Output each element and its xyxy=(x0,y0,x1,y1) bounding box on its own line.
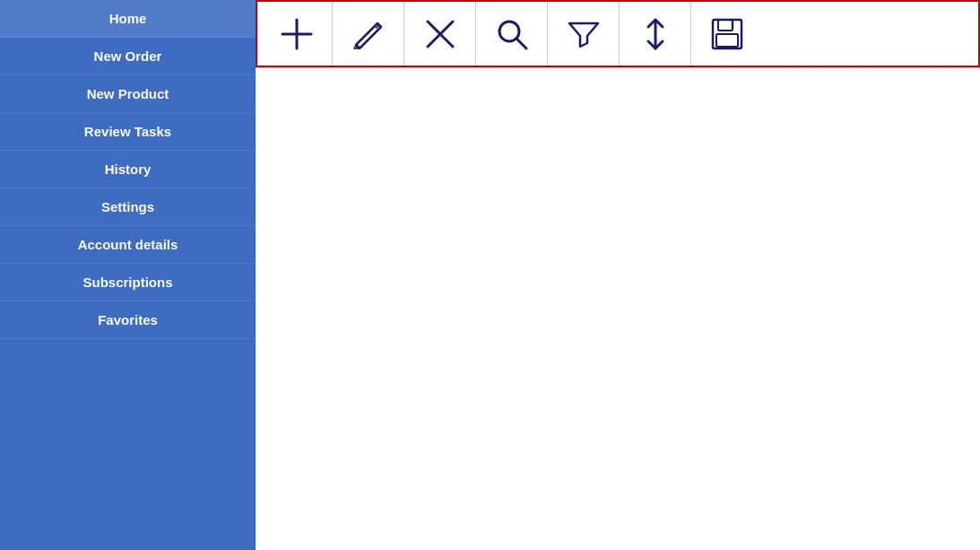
save-button[interactable] xyxy=(691,2,763,65)
filter-icon xyxy=(564,14,603,54)
close-icon xyxy=(421,14,460,54)
svg-rect-10 xyxy=(716,34,738,47)
filter-button[interactable] xyxy=(548,2,620,65)
sidebar-item-account-details[interactable]: Account details xyxy=(0,226,256,264)
sort-button[interactable] xyxy=(620,2,691,65)
sidebar-item-new-product[interactable]: New Product xyxy=(0,75,256,113)
svg-rect-9 xyxy=(718,20,733,31)
save-icon xyxy=(707,14,747,54)
sidebar-item-home[interactable]: Home xyxy=(0,0,256,38)
main-area xyxy=(256,0,980,550)
svg-line-6 xyxy=(516,39,526,48)
search-button[interactable] xyxy=(476,2,548,65)
sidebar-item-new-order[interactable]: New Order xyxy=(0,38,256,75)
sidebar-item-history[interactable]: History xyxy=(0,151,256,188)
edit-button[interactable] xyxy=(333,2,404,65)
add-button[interactable] xyxy=(261,2,333,65)
sidebar-item-review-tasks[interactable]: Review Tasks xyxy=(0,113,256,151)
content-area xyxy=(256,67,980,550)
sidebar-item-settings[interactable]: Settings xyxy=(0,188,256,226)
search-icon xyxy=(492,14,532,54)
sort-icon xyxy=(636,14,675,54)
sidebar-item-favorites[interactable]: Favorites xyxy=(0,301,256,339)
pencil-icon xyxy=(349,14,388,54)
plus-icon xyxy=(277,14,317,54)
delete-button[interactable] xyxy=(404,2,476,65)
sidebar: HomeNew OrderNew ProductReview TasksHist… xyxy=(0,0,256,550)
sidebar-item-subscriptions[interactable]: Subscriptions xyxy=(0,264,256,301)
toolbar xyxy=(256,0,980,67)
